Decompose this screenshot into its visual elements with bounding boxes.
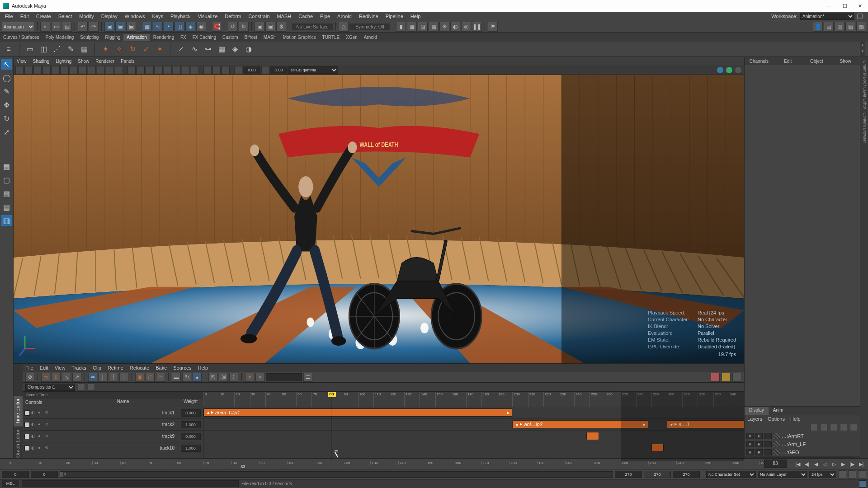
track-solo-icon[interactable]: ◐: [31, 410, 37, 416]
shelf-tab[interactable]: FX Caching: [189, 34, 219, 41]
last-tool-icon[interactable]: ▦: [1, 161, 12, 172]
select-component-icon[interactable]: ▣: [126, 22, 136, 32]
range-end-outer2[interactable]: 270: [673, 471, 700, 478]
isolate-icon[interactable]: ◎: [461, 22, 471, 32]
vp-film-gate-icon[interactable]: [70, 66, 78, 74]
shelf-editable-icon[interactable]: ▦: [78, 43, 90, 55]
te-view2-icon[interactable]: [722, 373, 731, 382]
track-lock-icon[interactable]: ⟲: [45, 422, 50, 427]
te-relo1-icon[interactable]: ⇱: [208, 373, 217, 382]
vp-safe-action-icon[interactable]: [106, 66, 114, 74]
render-settings-icon[interactable]: ⚙: [276, 22, 286, 32]
te-key-icon[interactable]: ✦: [245, 373, 254, 382]
menu-cache[interactable]: Cache: [295, 13, 316, 20]
lights-icon[interactable]: ☀: [439, 22, 449, 32]
range-start-outer[interactable]: 0: [2, 471, 29, 478]
vp-gate-mask-icon[interactable]: [88, 66, 96, 74]
vp-shadows-icon[interactable]: [164, 66, 172, 74]
te-relo2-icon[interactable]: ⇲: [219, 373, 228, 382]
te-tab-time[interactable]: Time Editor: [14, 396, 23, 427]
te-comp-dup-icon[interactable]: [88, 384, 95, 391]
textured-icon[interactable]: ▩: [429, 22, 439, 32]
select-object-icon[interactable]: ▣: [115, 22, 125, 32]
scale-tool-icon[interactable]: ⤢: [1, 127, 12, 137]
te-ripple-icon[interactable]: ⇔: [88, 373, 97, 382]
symmetry-field[interactable]: Symmetry: Off: [349, 23, 390, 30]
shelf-tab[interactable]: Curves / Surfaces: [0, 34, 42, 41]
menu-pipeline[interactable]: Pipeline: [382, 13, 406, 20]
layer-type-toggle[interactable]: [764, 449, 772, 455]
te-composition-dropdown[interactable]: Composition1: [25, 384, 75, 391]
shelf-tab[interactable]: Arnold: [361, 34, 380, 41]
shelf-setkey-rot-icon[interactable]: ↻: [127, 43, 138, 55]
shelf-cluster-icon[interactable]: ◈: [229, 43, 241, 55]
shelf-setkey-scale-icon[interactable]: ⤢: [140, 43, 152, 55]
te-menu-retime[interactable]: Retime: [108, 365, 123, 371]
track-row[interactable]: ◐●⟲track21.000: [23, 419, 203, 431]
close-button[interactable]: ✕: [858, 3, 863, 9]
te-view3-icon[interactable]: [732, 373, 741, 382]
te-menu-tracks[interactable]: Tracks: [71, 365, 86, 371]
menu-help[interactable]: Help: [407, 13, 424, 20]
cb-tab-show[interactable]: Show: [831, 59, 860, 64]
anim-clip[interactable]: [586, 432, 599, 440]
vp-safe-title-icon[interactable]: [115, 66, 123, 74]
track-lock-icon[interactable]: ⟲: [45, 434, 50, 439]
track-solo-icon[interactable]: ◐: [31, 446, 37, 451]
te-menu-edit[interactable]: Edit: [40, 365, 48, 371]
menu-visualize[interactable]: Visualize: [195, 13, 221, 20]
step-fwd-key-icon[interactable]: |▶: [848, 460, 856, 468]
new-scene-icon[interactable]: ▫: [40, 22, 50, 32]
te-create-pose-icon[interactable]: ▯: [52, 373, 61, 382]
track-enable-checkbox[interactable]: [24, 446, 30, 451]
render-icon[interactable]: ▣: [255, 22, 264, 32]
vp-bookmark-icon[interactable]: [24, 66, 33, 74]
te-menu-relocate[interactable]: Relocate: [130, 365, 149, 371]
te-create-clip-icon[interactable]: ▭: [41, 373, 50, 382]
menu-pipe[interactable]: Pipe: [317, 13, 333, 20]
vp-field-chart-icon[interactable]: [97, 66, 105, 74]
te-ungroup-icon[interactable]: ▢: [146, 373, 155, 382]
layer-tab-anim[interactable]: Anim: [769, 407, 788, 415]
te-hold-icon[interactable]: ●: [193, 373, 202, 382]
shelf-motiontrail-icon[interactable]: ⋰: [51, 43, 63, 55]
te-playhead[interactable]: 83: [332, 392, 332, 461]
layer-ic3-icon[interactable]: [830, 424, 837, 431]
layout3-icon[interactable]: ▦: [845, 22, 855, 32]
layer-tab-display[interactable]: Display: [745, 407, 769, 415]
menu-select[interactable]: Select: [55, 13, 75, 20]
cb-tab-object[interactable]: Object: [802, 59, 831, 64]
layer-menu-options[interactable]: Options: [768, 416, 785, 422]
live-toggle-icon[interactable]: 🧲: [212, 22, 222, 32]
track-mute-icon[interactable]: ●: [38, 422, 43, 427]
command-input[interactable]: [22, 480, 239, 487]
shelf-blend-icon[interactable]: ◑: [243, 43, 255, 55]
te-snap2-icon[interactable]: ┊: [109, 373, 118, 382]
track-weight[interactable]: 1.000: [181, 445, 201, 452]
vp-wireframe-icon[interactable]: [127, 66, 136, 74]
lasso-tool-icon[interactable]: ◯: [1, 72, 12, 83]
flag-icon[interactable]: ⚑: [488, 22, 498, 32]
maximize-button[interactable]: ☐: [843, 3, 848, 9]
play-back-icon[interactable]: ◁: [821, 460, 829, 468]
layer-row[interactable]: VP…:ArmRT: [745, 432, 860, 440]
shelf-lattice-icon[interactable]: ▦: [216, 43, 227, 55]
menu-mash[interactable]: MASH: [274, 13, 295, 20]
menu-create[interactable]: Create: [33, 13, 54, 20]
vp-grid-icon[interactable]: [61, 66, 69, 74]
layer-color-swatch[interactable]: [774, 433, 780, 439]
vp-hud-toggle-icon[interactable]: [717, 67, 723, 73]
script-editor-icon[interactable]: [859, 480, 866, 488]
vp-menu-shading[interactable]: Shading: [30, 58, 53, 65]
shelf-grease-icon[interactable]: ✎: [65, 43, 76, 55]
vp-textured-icon[interactable]: [146, 66, 154, 74]
range-start-inner[interactable]: 0: [31, 471, 58, 478]
te-key2-icon[interactable]: ✧: [255, 373, 264, 382]
shelf-spline-icon[interactable]: ∿: [189, 43, 200, 55]
layout4-icon[interactable]: ▧: [856, 22, 866, 32]
shelf-tab[interactable]: MASH: [260, 34, 280, 41]
vp-menu-show[interactable]: Show: [75, 58, 92, 65]
track-lock-icon[interactable]: ⟲: [45, 410, 50, 416]
menu-constrain[interactable]: Constrain: [245, 13, 273, 20]
character-set-dropdown[interactable]: No Character Set: [706, 471, 756, 478]
